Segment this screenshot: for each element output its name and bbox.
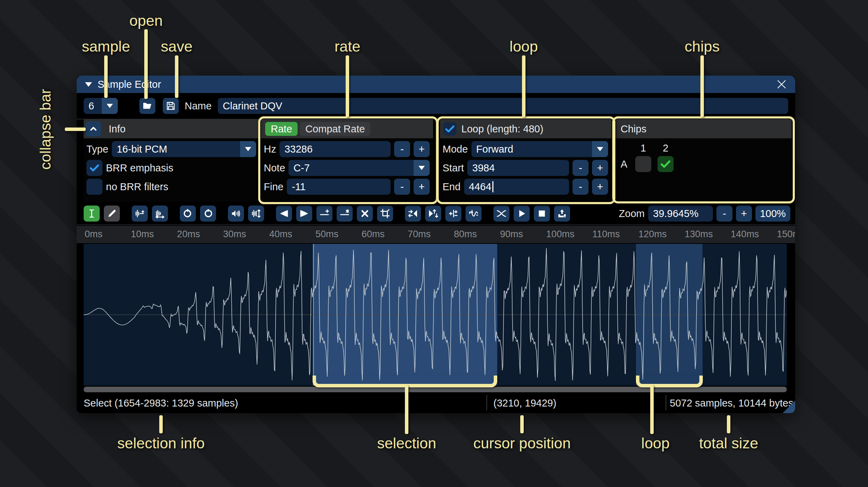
- no-brr-filters-label: no BRR filters: [106, 181, 168, 193]
- sample-number: 6: [84, 100, 102, 112]
- titlebar[interactable]: Sample Editor: [77, 76, 795, 93]
- annotation-selection-info: selection info: [117, 435, 205, 452]
- zoom-label: Zoom: [619, 208, 645, 219]
- toolbar-group: [276, 206, 393, 222]
- zoom-out-button[interactable]: -: [716, 206, 732, 222]
- annotation-stem-loop: [650, 385, 654, 434]
- type-selector[interactable]: 16-bit PCM: [112, 141, 256, 157]
- no-brr-filters-checkbox[interactable]: [86, 179, 102, 195]
- trim-button[interactable]: [377, 206, 393, 222]
- annotation-chips: chips: [685, 38, 720, 55]
- save-sample-button[interactable]: [163, 98, 179, 114]
- timeline-tick: 80ms: [454, 229, 477, 240]
- undo-button[interactable]: [180, 206, 196, 222]
- cursor-position-text: (3210, 19429): [493, 397, 556, 409]
- status-separator: [486, 395, 487, 410]
- waveform-svg: [84, 244, 787, 386]
- normalize-button[interactable]: [248, 206, 264, 222]
- chevron-down-icon[interactable]: [102, 98, 118, 114]
- open-sample-button[interactable]: [139, 98, 155, 114]
- annotation-loop-top: loop: [509, 38, 538, 55]
- stop-button[interactable]: [534, 206, 550, 222]
- toolbar-group: [84, 206, 120, 222]
- annotation-rate: rate: [335, 38, 360, 55]
- timeline-tick: 110ms: [592, 229, 620, 240]
- toolbar-group: [405, 206, 482, 222]
- redo-button[interactable]: [200, 206, 216, 222]
- insert-silence-button[interactable]: [316, 206, 332, 222]
- annotation-line-open: [144, 29, 148, 99]
- sample-selector[interactable]: 6: [84, 98, 118, 114]
- total-size-text: 5072 samples, 10144 bytes: [670, 397, 793, 409]
- folder-open-icon: [142, 101, 153, 111]
- waveform-view[interactable]: [84, 244, 787, 386]
- select-button[interactable]: [84, 206, 100, 222]
- draw-button[interactable]: [104, 206, 120, 222]
- timeline-tick: 90ms: [500, 229, 523, 240]
- chevron-down-icon[interactable]: [240, 141, 256, 157]
- sample-toolbar: Zoom 39.9645% - + 100%: [77, 203, 795, 225]
- timeline-tick: 130ms: [685, 229, 713, 240]
- name-label: Name: [185, 100, 212, 112]
- resample-button[interactable]: [152, 206, 168, 222]
- annotation-selection: selection: [377, 435, 436, 452]
- preview-button[interactable]: [514, 206, 530, 222]
- status-bar: Select (1654-2983: 1329 samples) (3210, …: [77, 393, 795, 413]
- brr-emphasis-label: BRR emphasis: [106, 162, 173, 174]
- annotation-sample: sample: [82, 38, 130, 55]
- annotation-open: open: [129, 12, 163, 29]
- info-panel-title: Info: [109, 123, 125, 135]
- apply-silence-button[interactable]: [337, 206, 353, 222]
- chevron-up-icon: [88, 124, 99, 134]
- zoom-reset-button[interactable]: 100%: [755, 206, 790, 222]
- timeline-tick: 60ms: [362, 229, 385, 240]
- create-instrument-button[interactable]: [554, 206, 570, 222]
- timeline-tick: 40ms: [269, 229, 292, 240]
- timeline-tick: 20ms: [177, 229, 200, 240]
- info-panel-header: Info: [84, 119, 260, 138]
- zoom-in-button[interactable]: +: [736, 206, 752, 222]
- invert-button[interactable]: [425, 206, 441, 222]
- annotation-line-total-size: [727, 415, 730, 433]
- annotation-line-save: [175, 55, 178, 98]
- zoom-value: 39.9645%: [653, 208, 699, 219]
- filter-button[interactable]: [466, 206, 482, 222]
- scrollbar-thumb[interactable]: [84, 387, 787, 392]
- type-value: 16-bit PCM: [112, 144, 240, 155]
- window-collapse-icon[interactable]: [85, 82, 92, 87]
- resize-grip[interactable]: [783, 401, 795, 413]
- timeline-tick: 0ms: [85, 229, 102, 240]
- brr-emphasis-checkbox[interactable]: [86, 160, 102, 176]
- toolbar-group: [228, 206, 264, 222]
- resize-button[interactable]: [132, 206, 148, 222]
- annotation-loop-bottom: loop: [641, 435, 669, 452]
- annotation-box-rate: [258, 116, 438, 204]
- amplify-button[interactable]: [228, 206, 244, 222]
- fade-in-button[interactable]: [276, 206, 292, 222]
- timeline-tick: 120ms: [638, 229, 667, 240]
- toolbar-group: [493, 206, 570, 222]
- fade-out-button[interactable]: [296, 206, 312, 222]
- annotation-line-sample: [104, 55, 108, 98]
- timeline-tick: 10ms: [131, 229, 154, 240]
- annotation-box-loop: [437, 116, 615, 204]
- sign-invert-button[interactable]: [445, 206, 461, 222]
- toolbar-group: [180, 206, 216, 222]
- annotation-collapse-bar: collapse bar: [37, 89, 54, 170]
- delete-button[interactable]: [357, 206, 373, 222]
- timeline-tick: 100ms: [546, 229, 574, 240]
- timeline-ruler[interactable]: 0ms10ms20ms30ms40ms50ms60ms70ms80ms90ms1…: [77, 226, 795, 243]
- reverse-button[interactable]: [405, 206, 421, 222]
- zoom-input[interactable]: 39.9645%: [648, 206, 713, 222]
- annotation-line-cursor-position: [520, 415, 524, 433]
- waveform-scrollbar[interactable]: [84, 387, 787, 392]
- info-panel: Info Type 16-bit PCM BRR emphasis no BRR…: [84, 119, 260, 202]
- selection-info-text: Select (1654-2983: 1329 samples): [84, 397, 238, 409]
- crossfade-button[interactable]: [493, 206, 509, 222]
- status-separator: [666, 395, 666, 410]
- timeline-tick: 70ms: [408, 229, 431, 240]
- collapse-bar-button[interactable]: [86, 121, 101, 137]
- close-icon[interactable]: [776, 79, 787, 90]
- annotation-stem-selection: [405, 385, 408, 434]
- annotation-line-rate: [346, 55, 349, 117]
